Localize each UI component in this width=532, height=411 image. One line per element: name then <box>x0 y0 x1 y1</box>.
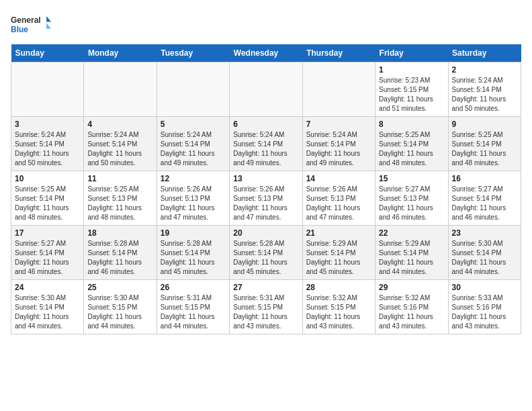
day-cell: 20Sunrise: 5:28 AM Sunset: 5:14 PM Dayli… <box>230 226 302 280</box>
day-cell <box>157 62 229 117</box>
header-saturday: Saturday <box>448 44 521 62</box>
day-number: 11 <box>87 174 152 183</box>
day-info: Sunrise: 5:33 AM Sunset: 5:16 PM Dayligh… <box>452 293 517 331</box>
day-info: Sunrise: 5:31 AM Sunset: 5:15 PM Dayligh… <box>233 293 298 331</box>
day-number: 12 <box>161 174 226 183</box>
day-number: 24 <box>15 283 80 292</box>
day-number: 23 <box>452 228 517 238</box>
day-info: Sunrise: 5:32 AM Sunset: 5:16 PM Dayligh… <box>379 293 444 331</box>
day-number: 8 <box>379 120 444 129</box>
day-cell: 22Sunrise: 5:29 AM Sunset: 5:14 PM Dayli… <box>375 226 448 280</box>
day-number: 5 <box>161 120 226 129</box>
svg-marker-2 <box>46 16 51 22</box>
week-row-3: 10Sunrise: 5:25 AM Sunset: 5:14 PM Dayli… <box>11 171 521 226</box>
day-cell <box>302 62 375 117</box>
day-cell: 8Sunrise: 5:25 AM Sunset: 5:14 PM Daylig… <box>375 117 448 171</box>
day-cell: 30Sunrise: 5:33 AM Sunset: 5:16 PM Dayli… <box>448 280 521 334</box>
day-info: Sunrise: 5:31 AM Sunset: 5:15 PM Dayligh… <box>161 293 226 331</box>
day-info: Sunrise: 5:24 AM Sunset: 5:14 PM Dayligh… <box>161 130 226 168</box>
day-info: Sunrise: 5:28 AM Sunset: 5:14 PM Dayligh… <box>161 239 226 277</box>
day-cell: 19Sunrise: 5:28 AM Sunset: 5:14 PM Dayli… <box>157 226 229 280</box>
day-cell: 7Sunrise: 5:24 AM Sunset: 5:14 PM Daylig… <box>302 117 375 171</box>
svg-text:General: General <box>11 15 41 25</box>
day-info: Sunrise: 5:25 AM Sunset: 5:14 PM Dayligh… <box>452 130 517 168</box>
day-number: 29 <box>379 283 444 292</box>
day-info: Sunrise: 5:24 AM Sunset: 5:14 PM Dayligh… <box>15 130 80 168</box>
day-number: 15 <box>379 174 444 183</box>
day-cell <box>230 62 302 117</box>
day-number: 10 <box>15 174 80 183</box>
day-number: 20 <box>233 228 298 238</box>
svg-text:Blue: Blue <box>11 25 28 34</box>
day-cell: 27Sunrise: 5:31 AM Sunset: 5:15 PM Dayli… <box>230 280 302 334</box>
day-info: Sunrise: 5:26 AM Sunset: 5:13 PM Dayligh… <box>306 185 371 222</box>
day-number: 6 <box>233 120 298 129</box>
day-cell: 9Sunrise: 5:25 AM Sunset: 5:14 PM Daylig… <box>448 117 521 171</box>
day-cell: 15Sunrise: 5:27 AM Sunset: 5:13 PM Dayli… <box>375 171 448 226</box>
day-cell: 3Sunrise: 5:24 AM Sunset: 5:14 PM Daylig… <box>11 117 84 171</box>
header-tuesday: Tuesday <box>157 44 229 62</box>
svg-marker-3 <box>46 23 51 29</box>
day-info: Sunrise: 5:25 AM Sunset: 5:13 PM Dayligh… <box>87 185 152 222</box>
header-friday: Friday <box>375 44 448 62</box>
day-cell: 4Sunrise: 5:24 AM Sunset: 5:14 PM Daylig… <box>84 117 157 171</box>
week-row-4: 17Sunrise: 5:27 AM Sunset: 5:14 PM Dayli… <box>11 226 521 280</box>
day-info: Sunrise: 5:30 AM Sunset: 5:14 PM Dayligh… <box>15 293 80 331</box>
day-cell: 28Sunrise: 5:32 AM Sunset: 5:15 PM Dayli… <box>302 280 375 334</box>
day-cell: 11Sunrise: 5:25 AM Sunset: 5:13 PM Dayli… <box>84 171 157 226</box>
logo-svg: General Blue <box>11 11 51 38</box>
day-info: Sunrise: 5:29 AM Sunset: 5:14 PM Dayligh… <box>306 239 371 277</box>
day-info: Sunrise: 5:26 AM Sunset: 5:13 PM Dayligh… <box>161 185 226 222</box>
day-number: 9 <box>452 120 517 129</box>
header-wednesday: Wednesday <box>230 44 302 62</box>
day-info: Sunrise: 5:27 AM Sunset: 5:13 PM Dayligh… <box>379 185 444 222</box>
day-cell: 24Sunrise: 5:30 AM Sunset: 5:14 PM Dayli… <box>11 280 84 334</box>
day-cell <box>11 62 84 117</box>
day-info: Sunrise: 5:25 AM Sunset: 5:14 PM Dayligh… <box>15 185 80 222</box>
week-row-1: 1Sunrise: 5:23 AM Sunset: 5:15 PM Daylig… <box>11 62 521 117</box>
day-info: Sunrise: 5:27 AM Sunset: 5:14 PM Dayligh… <box>452 185 517 222</box>
day-number: 17 <box>15 228 80 238</box>
day-info: Sunrise: 5:27 AM Sunset: 5:14 PM Dayligh… <box>15 239 80 277</box>
day-info: Sunrise: 5:24 AM Sunset: 5:14 PM Dayligh… <box>452 76 517 113</box>
day-info: Sunrise: 5:25 AM Sunset: 5:14 PM Dayligh… <box>379 130 444 168</box>
header-monday: Monday <box>84 44 157 62</box>
day-cell: 21Sunrise: 5:29 AM Sunset: 5:14 PM Dayli… <box>302 226 375 280</box>
day-info: Sunrise: 5:24 AM Sunset: 5:14 PM Dayligh… <box>87 130 152 168</box>
header-sunday: Sunday <box>11 44 84 62</box>
day-number: 2 <box>452 65 517 75</box>
day-number: 21 <box>306 228 371 238</box>
day-number: 25 <box>87 283 152 292</box>
day-number: 13 <box>233 174 298 183</box>
day-info: Sunrise: 5:24 AM Sunset: 5:14 PM Dayligh… <box>306 130 371 168</box>
day-number: 3 <box>15 120 80 129</box>
logo: General Blue <box>11 11 51 38</box>
day-number: 19 <box>161 228 226 238</box>
page-header: General Blue <box>11 11 521 38</box>
day-cell: 12Sunrise: 5:26 AM Sunset: 5:13 PM Dayli… <box>157 171 229 226</box>
day-number: 16 <box>452 174 517 183</box>
day-cell: 14Sunrise: 5:26 AM Sunset: 5:13 PM Dayli… <box>302 171 375 226</box>
day-cell: 25Sunrise: 5:30 AM Sunset: 5:15 PM Dayli… <box>84 280 157 334</box>
day-number: 26 <box>161 283 226 292</box>
day-cell: 13Sunrise: 5:26 AM Sunset: 5:13 PM Dayli… <box>230 171 302 226</box>
day-cell: 6Sunrise: 5:24 AM Sunset: 5:14 PM Daylig… <box>230 117 302 171</box>
day-number: 22 <box>379 228 444 238</box>
day-number: 1 <box>379 65 444 75</box>
day-info: Sunrise: 5:24 AM Sunset: 5:14 PM Dayligh… <box>233 130 298 168</box>
day-number: 18 <box>87 228 152 238</box>
day-number: 27 <box>233 283 298 292</box>
day-cell: 5Sunrise: 5:24 AM Sunset: 5:14 PM Daylig… <box>157 117 229 171</box>
day-number: 28 <box>306 283 371 292</box>
day-info: Sunrise: 5:28 AM Sunset: 5:14 PM Dayligh… <box>233 239 298 277</box>
week-row-5: 24Sunrise: 5:30 AM Sunset: 5:14 PM Dayli… <box>11 280 521 334</box>
day-number: 30 <box>452 283 517 292</box>
day-info: Sunrise: 5:23 AM Sunset: 5:15 PM Dayligh… <box>379 76 444 113</box>
day-cell: 18Sunrise: 5:28 AM Sunset: 5:14 PM Dayli… <box>84 226 157 280</box>
day-number: 4 <box>87 120 152 129</box>
day-info: Sunrise: 5:29 AM Sunset: 5:14 PM Dayligh… <box>379 239 444 277</box>
day-cell: 26Sunrise: 5:31 AM Sunset: 5:15 PM Dayli… <box>157 280 229 334</box>
day-cell: 10Sunrise: 5:25 AM Sunset: 5:14 PM Dayli… <box>11 171 84 226</box>
day-cell: 17Sunrise: 5:27 AM Sunset: 5:14 PM Dayli… <box>11 226 84 280</box>
day-cell: 1Sunrise: 5:23 AM Sunset: 5:15 PM Daylig… <box>375 62 448 117</box>
